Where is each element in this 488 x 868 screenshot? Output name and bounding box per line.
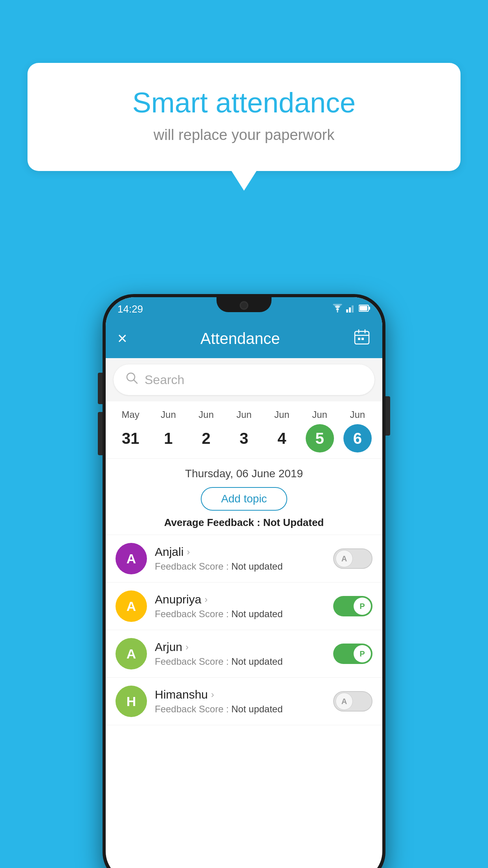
student-item[interactable]: AAnupriya ›Feedback Score : Not updatedP — [106, 583, 382, 630]
chevron-icon: › — [204, 594, 207, 605]
cal-date-number: 4 — [268, 424, 296, 452]
search-icon — [125, 371, 139, 388]
cal-date-number: 6 — [343, 424, 372, 452]
feedback-score: Feedback Score : Not updated — [155, 656, 325, 667]
add-topic-button[interactable]: Add topic — [201, 487, 288, 511]
feedback-value: Not updated — [231, 704, 283, 714]
student-info: Arjun ›Feedback Score : Not updated — [155, 640, 325, 667]
calendar-day[interactable]: Jun4 — [264, 409, 299, 452]
avg-feedback-label: Average Feedback : — [164, 517, 263, 528]
speech-bubble: Smart attendance will replace your paper… — [28, 63, 460, 171]
svg-rect-1 — [349, 307, 351, 313]
cal-date-number: 5 — [306, 424, 334, 452]
chevron-icon: › — [185, 642, 189, 653]
svg-rect-7 — [358, 338, 360, 340]
calendar-strip: May31Jun1Jun2Jun3Jun4Jun5Jun6 — [106, 401, 382, 459]
student-name: Anjali › — [155, 545, 325, 559]
search-container: Search — [106, 358, 382, 401]
wifi-icon — [332, 304, 343, 314]
student-info: Anupriya ›Feedback Score : Not updated — [155, 593, 325, 620]
cal-date-number: 1 — [154, 424, 182, 452]
calendar-day[interactable]: Jun5 — [303, 409, 337, 452]
calendar-day[interactable]: Jun6 — [340, 409, 375, 452]
calendar-day[interactable]: Jun1 — [151, 409, 185, 452]
student-info: Himanshu ›Feedback Score : Not updated — [155, 688, 325, 715]
svg-point-9 — [127, 373, 135, 381]
attendance-toggle[interactable]: P — [333, 596, 372, 616]
cal-date-number: 2 — [192, 424, 220, 452]
avg-feedback: Average Feedback : Not Updated — [114, 517, 374, 529]
battery-icon — [359, 304, 371, 314]
cal-month-label: Jun — [198, 409, 214, 420]
camera — [240, 301, 248, 310]
speech-bubble-subtitle: will replace your paperwork — [59, 127, 429, 143]
cal-month-label: Jun — [312, 409, 327, 420]
cal-month-label: Jun — [161, 409, 176, 420]
calendar-day[interactable]: Jun3 — [227, 409, 261, 452]
calendar-icon[interactable] — [353, 328, 371, 349]
student-item[interactable]: AArjun ›Feedback Score : Not updatedP — [106, 630, 382, 678]
feedback-score: Feedback Score : Not updated — [155, 609, 325, 620]
attendance-toggle[interactable]: A — [333, 548, 372, 569]
student-list: AAnjali ›Feedback Score : Not updatedAAA… — [106, 535, 382, 725]
feedback-value: Not updated — [231, 609, 283, 619]
feedback-score: Feedback Score : Not updated — [155, 561, 325, 572]
cal-month-label: Jun — [274, 409, 290, 420]
cal-month-label: Jun — [350, 409, 365, 420]
status-icons — [332, 304, 371, 314]
speech-bubble-container: Smart attendance will replace your paper… — [28, 63, 460, 171]
cal-month-label: May — [121, 409, 139, 420]
phone-notch — [216, 297, 272, 312]
close-button[interactable]: × — [117, 329, 127, 348]
chevron-icon: › — [211, 689, 214, 700]
svg-rect-5 — [360, 306, 367, 311]
student-name: Anupriya › — [155, 593, 325, 606]
attendance-toggle[interactable]: A — [333, 691, 372, 712]
svg-rect-4 — [369, 307, 370, 310]
toggle-knob: A — [336, 693, 353, 710]
phone-frame: 14:29 — [103, 294, 385, 868]
signal-icon — [346, 304, 356, 314]
phone-screen: 14:29 — [106, 297, 382, 868]
volume-down-button[interactable] — [98, 412, 103, 455]
student-avatar: A — [116, 638, 147, 669]
svg-rect-0 — [346, 309, 348, 313]
calendar-day[interactable]: May31 — [113, 409, 148, 452]
cal-date-number: 3 — [230, 424, 258, 452]
status-time: 14:29 — [117, 303, 143, 315]
app-header: × Attendance — [106, 319, 382, 358]
search-placeholder: Search — [145, 373, 184, 387]
attendance-toggle[interactable]: P — [333, 644, 372, 664]
student-name: Arjun › — [155, 640, 325, 654]
feedback-value: Not updated — [231, 561, 283, 572]
cal-date-number: 31 — [116, 424, 145, 452]
student-item[interactable]: HHimanshu ›Feedback Score : Not updatedA — [106, 678, 382, 725]
calendar-day[interactable]: Jun2 — [189, 409, 224, 452]
date-info: Thursday, 06 June 2019 Add topic Average… — [106, 459, 382, 535]
full-date: Thursday, 06 June 2019 — [114, 467, 374, 480]
student-avatar: H — [116, 686, 147, 717]
toggle-knob: P — [354, 598, 371, 615]
student-item[interactable]: AAnjali ›Feedback Score : Not updatedA — [106, 535, 382, 583]
toggle-knob: A — [336, 550, 353, 567]
speech-bubble-title: Smart attendance — [59, 86, 429, 119]
power-button[interactable] — [385, 396, 390, 436]
svg-rect-2 — [352, 305, 354, 313]
avg-feedback-value: Not Updated — [263, 517, 324, 528]
cal-month-label: Jun — [237, 409, 252, 420]
toggle-knob: P — [354, 645, 371, 662]
feedback-value: Not updated — [231, 656, 283, 667]
svg-rect-8 — [361, 338, 364, 340]
feedback-score: Feedback Score : Not updated — [155, 704, 325, 715]
student-avatar: A — [116, 543, 147, 574]
volume-up-button[interactable] — [98, 373, 103, 404]
header-title: Attendance — [200, 330, 280, 348]
student-avatar: A — [116, 590, 147, 622]
student-name: Himanshu › — [155, 688, 325, 701]
chevron-icon: › — [187, 546, 190, 557]
student-info: Anjali ›Feedback Score : Not updated — [155, 545, 325, 572]
search-bar[interactable]: Search — [114, 364, 374, 395]
